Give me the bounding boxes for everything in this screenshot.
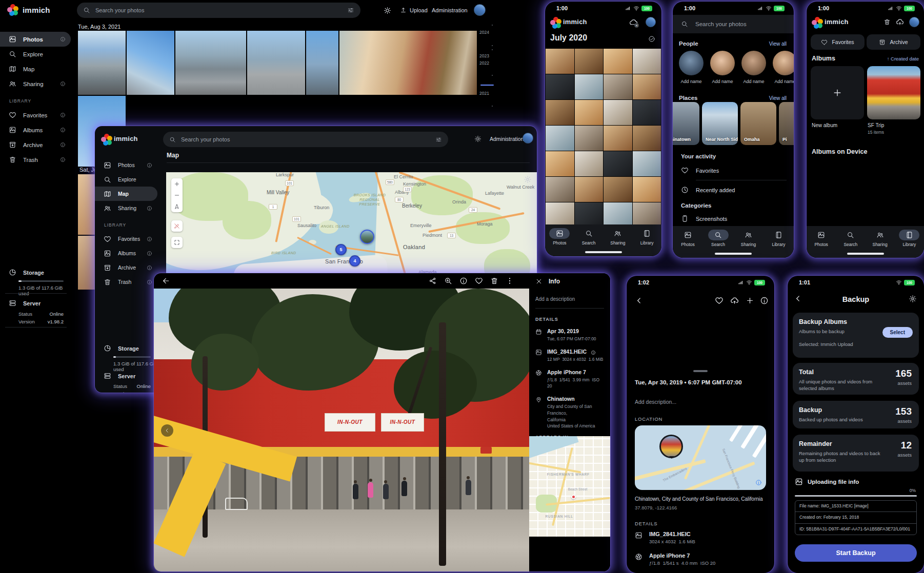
photo-tile[interactable] [575, 49, 604, 74]
sidebar-item[interactable]: Photos [95, 158, 157, 172]
nav-item[interactable]: Search [836, 230, 865, 247]
photo-tile[interactable] [546, 100, 574, 125]
edit-location-icon[interactable] [598, 396, 605, 403]
user-avatar[interactable] [523, 133, 533, 144]
map-photo-marker[interactable] [360, 230, 374, 244]
new-album-tile[interactable] [811, 66, 864, 119]
photo-tile[interactable] [604, 202, 632, 225]
archive-button[interactable]: Archive [867, 34, 920, 50]
theme-toggle-icon[interactable] [384, 7, 391, 14]
person-item[interactable]: Add name [773, 51, 794, 84]
info-icon[interactable] [459, 277, 468, 285]
photo-thumbnail[interactable] [306, 31, 338, 95]
photo-tile[interactable] [604, 151, 632, 176]
photo-tile[interactable] [575, 74, 604, 99]
administration-link[interactable]: Administration [490, 136, 524, 142]
photo-tile[interactable] [546, 177, 574, 202]
sidebar-item[interactable]: Archive [0, 137, 71, 152]
map-cluster-marker[interactable]: 4 [349, 255, 360, 267]
search-filter-icon[interactable] [435, 136, 442, 143]
zoom-out-button[interactable] [171, 190, 183, 201]
immich-logo[interactable]: immich [7, 4, 50, 15]
sidebar-item[interactable]: Archive [95, 260, 157, 275]
nav-item[interactable]: Photos [545, 228, 574, 245]
file-info-icon[interactable] [591, 350, 596, 355]
nav-item[interactable]: Sharing [604, 228, 633, 245]
photo-tile[interactable] [546, 74, 574, 99]
nav-item[interactable]: Library [632, 228, 661, 245]
photo-tile[interactable] [546, 202, 574, 225]
photo-tile[interactable] [575, 202, 604, 225]
photo-tile[interactable] [633, 151, 661, 176]
place-tile[interactable]: Chinatown [673, 102, 699, 145]
search-input[interactable]: Search your photos [163, 132, 448, 147]
photo-tile[interactable] [633, 100, 661, 125]
search-input[interactable]: Search your photos [77, 3, 360, 18]
settings-icon[interactable] [909, 295, 917, 303]
photo-tile[interactable] [633, 126, 661, 151]
description-input[interactable]: Add a description [529, 285, 610, 302]
draw-off-button[interactable] [171, 220, 183, 232]
description-input[interactable]: Add description... [635, 399, 676, 405]
photo-tile[interactable] [546, 126, 574, 151]
map-settings-icon[interactable] [524, 175, 532, 183]
photo-thumbnail[interactable] [339, 31, 477, 95]
sidebar-item[interactable]: Albums [0, 122, 71, 137]
nav-item[interactable]: Library [764, 230, 794, 247]
person-item[interactable]: Add name [679, 51, 704, 84]
photo-tile[interactable] [575, 100, 604, 125]
select-button[interactable]: Select [882, 327, 913, 338]
sidebar-item[interactable]: Explore [95, 172, 157, 187]
place-tile[interactable]: Pi [779, 102, 794, 145]
nav-item[interactable]: Search [703, 230, 733, 247]
info-icon[interactable] [760, 296, 769, 305]
close-icon[interactable] [535, 278, 543, 285]
drag-handle[interactable] [693, 370, 708, 372]
sort-button[interactable]: ↑ Created date [887, 56, 919, 62]
upload-icon[interactable] [730, 296, 739, 305]
photo-tile[interactable] [575, 126, 604, 151]
back-icon[interactable] [162, 277, 170, 285]
photo-canvas[interactable]: IN-N-OUT IN-N-OUT [154, 289, 529, 571]
view-all-places[interactable]: View all [769, 95, 787, 101]
album-tile[interactable] [867, 66, 920, 119]
favorite-icon[interactable] [715, 296, 724, 305]
nav-item[interactable]: Sharing [866, 230, 895, 247]
photo-tile[interactable] [604, 126, 632, 151]
sidebar-item[interactable]: Explore [0, 47, 71, 62]
trash-icon[interactable] [883, 18, 891, 26]
edit-location-icon[interactable] [759, 415, 766, 421]
photo-tile[interactable] [633, 202, 661, 225]
select-all-icon[interactable] [648, 35, 655, 43]
immich-logo[interactable]: immich [101, 134, 138, 143]
place-tile[interactable]: Near North Side [702, 102, 738, 145]
back-icon[interactable] [635, 296, 644, 305]
photo-tile[interactable] [633, 177, 661, 202]
favorite-icon[interactable] [475, 277, 483, 285]
nav-item[interactable]: Photos [673, 230, 703, 247]
nav-item[interactable]: Sharing [733, 230, 764, 247]
previous-photo-button[interactable] [161, 424, 173, 437]
favorites-row[interactable]: Favorites [673, 167, 794, 174]
search-filter-icon[interactable] [347, 7, 354, 14]
sidebar-item[interactable]: Sharing [0, 76, 71, 91]
photo-thumbnail[interactable] [175, 31, 246, 95]
map-cluster-marker[interactable]: 5 [335, 244, 347, 255]
photo-thumbnail[interactable] [78, 31, 126, 95]
nav-item[interactable]: Library [895, 230, 924, 247]
nav-item[interactable]: Photos [807, 230, 836, 247]
photo-tile[interactable] [633, 74, 661, 99]
photo-tile[interactable] [575, 177, 604, 202]
edit-date-icon[interactable] [759, 379, 766, 385]
person-item[interactable]: Add name [741, 51, 766, 84]
photo-thumbnail[interactable] [247, 31, 305, 95]
start-backup-button[interactable]: Start Backup [795, 544, 917, 562]
zoom-icon[interactable] [444, 277, 452, 285]
sidebar-item[interactable]: Map [0, 62, 71, 76]
zoom-in-button[interactable] [171, 178, 183, 190]
sidebar-item[interactable]: Sharing [95, 201, 157, 215]
photo-tile[interactable] [604, 177, 632, 202]
sidebar-item[interactable]: Trash [0, 152, 71, 167]
edit-date-icon[interactable] [598, 329, 605, 335]
photo-tile[interactable] [546, 49, 574, 74]
